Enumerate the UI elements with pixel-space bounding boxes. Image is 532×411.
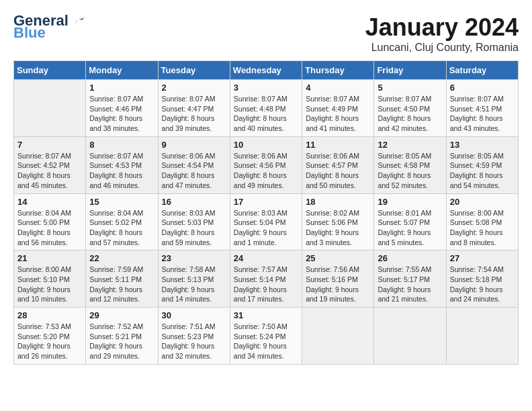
day-info: Sunrise: 7:58 AMSunset: 5:13 PMDaylight:… — [162, 265, 226, 304]
day-number: 6 — [450, 83, 515, 93]
calendar-week-1: 1Sunrise: 8:07 AMSunset: 4:46 PMDaylight… — [14, 80, 519, 137]
title-area: January 2024 Luncani, Cluj County, Roman… — [365, 13, 519, 54]
calendar-cell: 26Sunrise: 7:55 AMSunset: 5:17 PMDayligh… — [374, 250, 446, 308]
day-number: 1 — [89, 83, 154, 93]
day-info: Sunrise: 8:07 AMSunset: 4:53 PMDaylight:… — [89, 151, 154, 191]
calendar-table: Sunday Monday Tuesday Wednesday Thursday… — [13, 60, 519, 365]
day-number: 22 — [89, 253, 154, 263]
day-info: Sunrise: 8:06 AMSunset: 4:56 PMDaylight:… — [234, 151, 298, 191]
calendar-cell: 8Sunrise: 8:07 AMSunset: 4:53 PMDaylight… — [86, 136, 158, 193]
day-number: 16 — [162, 197, 226, 207]
day-number: 9 — [162, 140, 226, 150]
day-info: Sunrise: 8:01 AMSunset: 5:07 PMDaylight:… — [378, 208, 442, 248]
col-sunday: Sunday — [14, 61, 86, 80]
day-info: Sunrise: 8:03 AMSunset: 5:03 PMDaylight:… — [162, 208, 226, 248]
calendar-cell: 9Sunrise: 8:06 AMSunset: 4:54 PMDaylight… — [158, 136, 230, 193]
day-info: Sunrise: 8:00 AMSunset: 5:10 PMDaylight:… — [17, 265, 82, 304]
calendar-cell: 12Sunrise: 8:05 AMSunset: 4:58 PMDayligh… — [374, 136, 446, 193]
calendar-cell: 2Sunrise: 8:07 AMSunset: 4:47 PMDaylight… — [158, 80, 230, 137]
day-info: Sunrise: 8:06 AMSunset: 4:54 PMDaylight:… — [162, 151, 226, 191]
calendar-cell: 17Sunrise: 8:03 AMSunset: 5:04 PMDayligh… — [230, 193, 302, 250]
calendar-cell: 10Sunrise: 8:06 AMSunset: 4:56 PMDayligh… — [230, 136, 302, 193]
day-number: 30 — [162, 310, 226, 320]
day-info: Sunrise: 8:07 AMSunset: 4:51 PMDaylight:… — [450, 94, 515, 134]
day-number: 5 — [378, 83, 442, 93]
day-number: 31 — [234, 310, 298, 320]
day-number: 15 — [89, 197, 154, 207]
day-number: 28 — [17, 310, 82, 320]
calendar-week-4: 21Sunrise: 8:00 AMSunset: 5:10 PMDayligh… — [14, 250, 519, 308]
day-number: 11 — [306, 140, 370, 150]
day-number: 13 — [450, 140, 515, 150]
calendar-cell: 24Sunrise: 7:57 AMSunset: 5:14 PMDayligh… — [230, 250, 302, 308]
day-number: 7 — [17, 140, 82, 150]
location-subtitle: Luncani, Cluj County, Romania — [365, 42, 519, 54]
calendar-cell: 27Sunrise: 7:54 AMSunset: 5:18 PMDayligh… — [446, 250, 518, 308]
calendar-week-3: 14Sunrise: 8:04 AMSunset: 5:00 PMDayligh… — [14, 193, 519, 250]
day-number: 21 — [17, 253, 82, 263]
day-info: Sunrise: 7:50 AMSunset: 5:24 PMDaylight:… — [234, 322, 298, 361]
logo-bird-icon — [74, 15, 86, 28]
day-info: Sunrise: 8:07 AMSunset: 4:48 PMDaylight:… — [234, 94, 298, 134]
calendar-cell: 28Sunrise: 7:53 AMSunset: 5:20 PMDayligh… — [14, 308, 86, 365]
day-info: Sunrise: 8:07 AMSunset: 4:50 PMDaylight:… — [378, 94, 442, 134]
calendar-week-2: 7Sunrise: 8:07 AMSunset: 4:52 PMDaylight… — [14, 136, 519, 193]
day-info: Sunrise: 7:52 AMSunset: 5:21 PMDaylight:… — [89, 322, 154, 361]
col-saturday: Saturday — [446, 61, 518, 80]
calendar-cell: 29Sunrise: 7:52 AMSunset: 5:21 PMDayligh… — [86, 308, 158, 365]
day-number: 4 — [306, 83, 370, 93]
day-number: 29 — [89, 310, 154, 320]
col-friday: Friday — [374, 61, 446, 80]
day-info: Sunrise: 7:55 AMSunset: 5:17 PMDaylight:… — [378, 265, 442, 304]
calendar-week-5: 28Sunrise: 7:53 AMSunset: 5:20 PMDayligh… — [14, 308, 519, 365]
day-info: Sunrise: 7:59 AMSunset: 5:11 PMDaylight:… — [89, 265, 154, 304]
day-info: Sunrise: 8:02 AMSunset: 5:06 PMDaylight:… — [306, 208, 370, 248]
day-info: Sunrise: 7:51 AMSunset: 5:23 PMDaylight:… — [162, 322, 226, 361]
day-info: Sunrise: 7:57 AMSunset: 5:14 PMDaylight:… — [234, 265, 298, 304]
calendar-cell — [14, 80, 86, 137]
day-info: Sunrise: 7:54 AMSunset: 5:18 PMDaylight:… — [450, 265, 515, 304]
day-info: Sunrise: 8:04 AMSunset: 5:02 PMDaylight:… — [89, 208, 154, 248]
calendar-cell: 25Sunrise: 7:56 AMSunset: 5:16 PMDayligh… — [302, 250, 374, 308]
calendar-cell: 3Sunrise: 8:07 AMSunset: 4:48 PMDaylight… — [230, 80, 302, 137]
calendar-cell: 7Sunrise: 8:07 AMSunset: 4:52 PMDaylight… — [14, 136, 86, 193]
calendar-cell: 11Sunrise: 8:06 AMSunset: 4:57 PMDayligh… — [302, 136, 374, 193]
day-info: Sunrise: 8:06 AMSunset: 4:57 PMDaylight:… — [306, 151, 370, 191]
day-info: Sunrise: 8:05 AMSunset: 4:59 PMDaylight:… — [450, 151, 515, 191]
calendar-cell: 1Sunrise: 8:07 AMSunset: 4:46 PMDaylight… — [86, 80, 158, 137]
calendar-cell: 19Sunrise: 8:01 AMSunset: 5:07 PMDayligh… — [374, 193, 446, 250]
calendar-cell — [302, 308, 374, 365]
day-number: 20 — [450, 197, 515, 207]
day-number: 12 — [378, 140, 442, 150]
col-wednesday: Wednesday — [230, 61, 302, 80]
logo: General Blue — [13, 13, 86, 40]
calendar-header: Sunday Monday Tuesday Wednesday Thursday… — [14, 61, 519, 80]
day-number: 26 — [378, 253, 442, 263]
calendar-cell: 21Sunrise: 8:00 AMSunset: 5:10 PMDayligh… — [14, 250, 86, 308]
day-info: Sunrise: 8:04 AMSunset: 5:00 PMDaylight:… — [17, 208, 82, 248]
calendar-cell: 14Sunrise: 8:04 AMSunset: 5:00 PMDayligh… — [14, 193, 86, 250]
calendar-cell — [374, 308, 446, 365]
header-row: Sunday Monday Tuesday Wednesday Thursday… — [14, 61, 519, 80]
day-info: Sunrise: 8:03 AMSunset: 5:04 PMDaylight:… — [234, 208, 298, 248]
day-number: 17 — [234, 197, 298, 207]
day-info: Sunrise: 8:07 AMSunset: 4:49 PMDaylight:… — [306, 94, 370, 134]
calendar-cell: 18Sunrise: 8:02 AMSunset: 5:06 PMDayligh… — [302, 193, 374, 250]
calendar-cell: 31Sunrise: 7:50 AMSunset: 5:24 PMDayligh… — [230, 308, 302, 365]
day-number: 2 — [162, 83, 226, 93]
day-info: Sunrise: 8:07 AMSunset: 4:52 PMDaylight:… — [17, 151, 82, 191]
day-info: Sunrise: 7:56 AMSunset: 5:16 PMDaylight:… — [306, 265, 370, 304]
calendar-body: 1Sunrise: 8:07 AMSunset: 4:46 PMDaylight… — [14, 80, 519, 365]
day-number: 10 — [234, 140, 298, 150]
day-number: 14 — [17, 197, 82, 207]
calendar-cell: 22Sunrise: 7:59 AMSunset: 5:11 PMDayligh… — [86, 250, 158, 308]
day-number: 24 — [234, 253, 298, 263]
calendar-cell: 13Sunrise: 8:05 AMSunset: 4:59 PMDayligh… — [446, 136, 518, 193]
day-number: 19 — [378, 197, 442, 207]
day-info: Sunrise: 8:07 AMSunset: 4:47 PMDaylight:… — [162, 94, 226, 134]
month-title: January 2024 — [365, 13, 519, 42]
calendar-cell — [446, 308, 518, 365]
calendar-cell: 23Sunrise: 7:58 AMSunset: 5:13 PMDayligh… — [158, 250, 230, 308]
day-number: 8 — [89, 140, 154, 150]
day-number: 18 — [306, 197, 370, 207]
